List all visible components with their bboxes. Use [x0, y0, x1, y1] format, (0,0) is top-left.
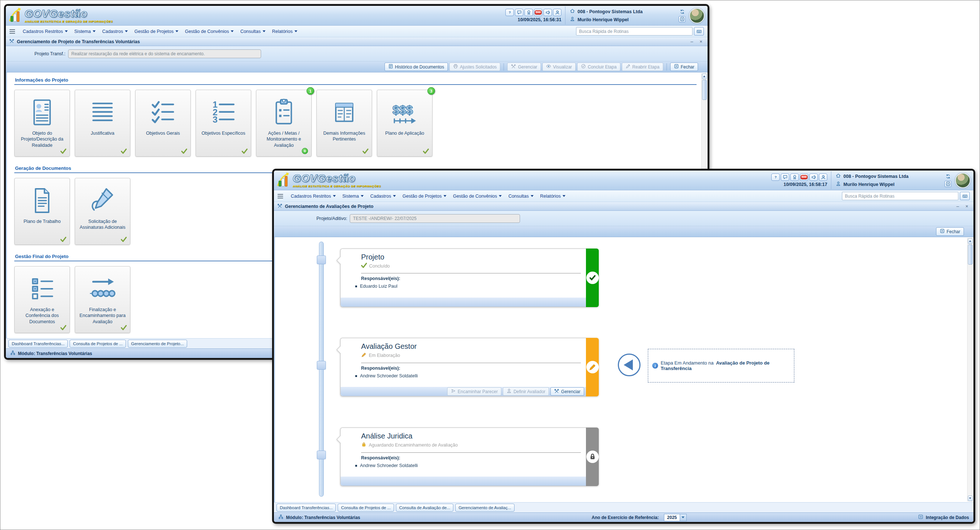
scroll-down-icon[interactable]: [968, 496, 973, 501]
status-check-icon: [242, 149, 248, 154]
scroll-thumb[interactable]: [968, 244, 973, 265]
avatar[interactable]: [689, 8, 705, 24]
scroll-thumb[interactable]: [702, 80, 707, 100]
menu-item-cadastros[interactable]: Cadastros: [367, 192, 399, 201]
tab-consulta-de-projetos-de[interactable]: Consulta de Projetos de ...: [338, 504, 394, 512]
tile-objeto-do-projetodescricao-da-realidade[interactable]: Objeto do Projeto/Descrição da Realidade: [14, 90, 70, 157]
encaminhar-parecer-button[interactable]: Encaminhar Parecer: [447, 387, 501, 396]
tile-justificativa[interactable]: Justificativa: [75, 90, 130, 157]
menu-item-gestao-de-projetos[interactable]: Gestão de Projetos: [131, 27, 181, 36]
menu-item-gestao-de-convenios[interactable]: Gestão de Convênios: [450, 192, 505, 201]
projeto-transf-input[interactable]: [68, 49, 261, 58]
menu-item-gestao-de-convenios[interactable]: Gestão de Convênios: [181, 27, 237, 36]
gerenciar-button[interactable]: Gerenciar: [550, 387, 584, 396]
menu-item-consultas[interactable]: Consultas: [505, 192, 537, 201]
tab-consulta-de-avaliacao-de[interactable]: Consulta de Avaliação de...: [396, 504, 453, 512]
visualizar-button[interactable]: Visualizar: [542, 63, 576, 71]
menu-item-relatorios[interactable]: Relatórios: [269, 27, 301, 36]
help-icon[interactable]: ?: [505, 9, 514, 16]
x-box-icon: [674, 64, 679, 70]
logout-icon[interactable]: [679, 16, 686, 22]
tile-solicitacao-de-assinaturas-adicionais[interactable]: Solicitação de Assinaturas Adicionais: [75, 178, 130, 245]
chevron-down-icon: [393, 195, 396, 197]
tab-consulta-de-projetos-de[interactable]: Consulta de Projetos de ...: [70, 340, 126, 348]
tile-objetivos-gerais[interactable]: Objetivos Gerais: [135, 90, 191, 157]
tile-count-badge: 3: [427, 87, 435, 95]
gerenciar-button[interactable]: Gerenciar: [507, 63, 541, 71]
divider: [361, 273, 581, 273]
menu-item-sistema[interactable]: Sistema: [339, 192, 367, 201]
add-action-icon[interactable]: +: [302, 148, 308, 154]
definir-avaliador-button[interactable]: Definir Avaliador: [503, 387, 549, 396]
feedback-icon[interactable]: [781, 173, 789, 181]
fechar-button[interactable]: Fechar: [936, 227, 964, 236]
sync-icon[interactable]: [680, 9, 685, 14]
send-icon: [451, 388, 456, 395]
menu-item-relatorios[interactable]: Relatórios: [537, 192, 569, 201]
tab-dashboard-transferencias[interactable]: Dashboard Transferências...: [277, 504, 336, 512]
sync-icon[interactable]: [946, 174, 951, 179]
check-circle-icon: [581, 64, 586, 70]
historico-de-documentos-button[interactable]: Histórico de Documentos: [385, 63, 448, 71]
certificate-icon[interactable]: [524, 9, 533, 16]
menu-item-cadastros[interactable]: Cadastros: [99, 27, 131, 36]
minimize-icon[interactable]: –: [955, 203, 961, 209]
tile-anexacao-e-conferencia-dos-documentos[interactable]: Anexação e Conferência dos Documentos: [14, 266, 70, 333]
close-icon[interactable]: ×: [698, 39, 704, 44]
support-icon[interactable]: [553, 9, 562, 16]
menu-item-cadastros-restritos[interactable]: Cadastros Restritos: [19, 27, 71, 36]
menu-item-sistema[interactable]: Sistema: [71, 27, 99, 36]
integration-label[interactable]: Integração de Dados: [926, 515, 969, 520]
feedback-icon[interactable]: [515, 9, 523, 16]
table-icon: [329, 94, 359, 130]
concluir-etapa-button[interactable]: Concluir Etapa: [577, 63, 620, 71]
tab-gerenciamento-de-avaliac[interactable]: Gerenciamento de Avaliaç...: [455, 504, 514, 512]
year-select[interactable]: 2025: [664, 514, 687, 521]
tile-plano-de-aplicacao[interactable]: 3$$$Plano de Aplicação: [377, 90, 433, 157]
card-notch: [337, 257, 344, 264]
tile-row: Objeto do Projeto/Descrição da Realidade…: [14, 90, 697, 157]
toolbar-separator: [667, 63, 667, 71]
tile-finalizacao-e-encaminhamento-para-avaliacao[interactable]: Finalização e Encaminhamento para Avalia…: [75, 266, 130, 333]
ajustes-solicitados-button[interactable]: Ajustes Solicitados: [449, 63, 501, 71]
arrow-chain-icon: [88, 271, 118, 307]
menu-item-gestao-de-projetos[interactable]: Gestão de Projetos: [399, 192, 450, 201]
tab-gerenciamento-de-projeto[interactable]: Gerenciamento de Projeto...: [128, 340, 187, 348]
search-input[interactable]: [842, 192, 958, 200]
projeto-aditivo-input[interactable]: [350, 214, 520, 223]
stage-card-analise-juridica: Análise JuridicaAguardando Encaminhament…: [340, 427, 599, 486]
notifications-icon[interactable]: 599: [800, 173, 808, 181]
fechar-button[interactable]: Fechar: [670, 63, 698, 71]
certificate-icon[interactable]: [790, 173, 799, 181]
close-icon[interactable]: ×: [964, 203, 970, 209]
menu-item-consultas[interactable]: Consultas: [237, 27, 269, 36]
datetime: 10/09/2025, 16:56:31: [517, 17, 562, 22]
scroll-up-icon[interactable]: [968, 238, 973, 244]
announcements-icon[interactable]: [809, 173, 818, 181]
button-label: Reabrir Etapa: [632, 64, 660, 70]
announcements-icon[interactable]: [544, 9, 552, 16]
vertical-scrollbar[interactable]: [967, 238, 973, 501]
avatar[interactable]: [955, 173, 970, 188]
scroll-up-icon[interactable]: [702, 74, 707, 79]
reabrir-etapa-button[interactable]: Reabrir Etapa: [622, 63, 663, 71]
keyboard-icon[interactable]: [960, 192, 970, 200]
search-input[interactable]: [576, 27, 692, 35]
current-stage-pointer-button[interactable]: [618, 354, 641, 376]
chevron-down-icon[interactable]: [680, 514, 687, 521]
tile-plano-de-trabalho[interactable]: Plano de Trabalho: [14, 178, 70, 245]
support-icon[interactable]: [819, 173, 827, 181]
menu-icon[interactable]: [278, 194, 283, 198]
tab-dashboard-transferencias[interactable]: Dashboard Transferências...: [8, 340, 68, 348]
notifications-icon[interactable]: 599: [534, 9, 542, 16]
menu-icon[interactable]: [10, 29, 15, 34]
minimize-icon[interactable]: –: [689, 39, 695, 44]
tile-objetivos-especificos[interactable]: 123Objetivos Específicos: [196, 90, 251, 157]
keyboard-icon[interactable]: [694, 27, 704, 35]
tile-acoes-metas-monitoramento-e-avaliacao[interactable]: 1Ações / Metas / Monitoramento e Avaliaç…: [256, 90, 312, 157]
menu-item-cadastros-restritos[interactable]: Cadastros Restritos: [288, 192, 339, 201]
card-notch: [337, 346, 344, 354]
tile-demais-informacoes-pertinentes[interactable]: Demais Informações Pertinentes: [317, 90, 372, 157]
help-icon[interactable]: ?: [771, 173, 780, 181]
logout-icon[interactable]: [945, 181, 951, 187]
